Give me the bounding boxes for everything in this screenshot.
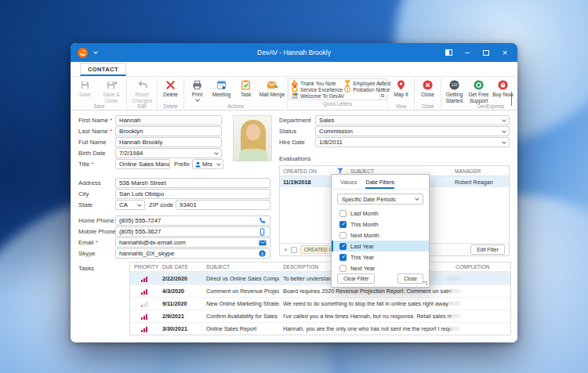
- birth-date-input[interactable]: 7/2/1984: [115, 148, 222, 158]
- task-row[interactable]: 3/30/2021 Online Sales Report Hannah, yo…: [130, 322, 510, 335]
- checkbox[interactable]: [339, 210, 347, 217]
- column-header-priority[interactable]: PRIORITY: [130, 264, 158, 270]
- close-contact-button[interactable]: Close: [416, 78, 440, 98]
- getting-started-button[interactable]: 123 Getting Started: [442, 78, 466, 103]
- checkbox[interactable]: [339, 232, 347, 239]
- tasks-section-label: Tasks: [78, 265, 94, 272]
- dropdown-chevron-icon[interactable]: [415, 196, 419, 201]
- status-field: Status Commission: [279, 126, 510, 136]
- gallery-dropdown-button[interactable]: [379, 92, 386, 100]
- hire-date-combo[interactable]: 1/8/2011: [315, 137, 510, 147]
- dropdown-chevron-icon[interactable]: [216, 161, 221, 166]
- field-label: Last Name *: [78, 128, 115, 135]
- about-button[interactable]: About: [515, 78, 517, 98]
- dropdown-chevron-icon[interactable]: [502, 118, 506, 122]
- quick-letter-welcome-to-devav[interactable]: Welcome To DevAV: [292, 92, 344, 99]
- title-input[interactable]: Online Sales Manager: [115, 159, 170, 169]
- quick-access-chevron-icon[interactable]: [93, 49, 98, 54]
- bar: [141, 330, 143, 332]
- maximize-button[interactable]: [477, 43, 495, 62]
- filter-enabled-checkbox[interactable]: [291, 247, 297, 253]
- map-it-button[interactable]: Map It: [389, 78, 413, 98]
- prefix-combo[interactable]: Mrs: [192, 159, 223, 169]
- skype-input[interactable]: hannahb_DX_skype S: [115, 248, 270, 259]
- save-button[interactable]: Save: [73, 78, 97, 98]
- bar: [146, 314, 147, 320]
- column-header-due-date[interactable]: DUE DATE: [158, 264, 202, 270]
- meeting-button[interactable]: Meeting: [209, 78, 234, 98]
- first-name-input[interactable]: Hannah: [115, 115, 222, 125]
- task-row[interactable]: 9/11/2020 New Online Marketing Strategy …: [130, 297, 510, 310]
- dropdown-chevron-icon[interactable]: [137, 202, 142, 207]
- column-header-completion[interactable]: COMPLETION: [452, 264, 510, 270]
- save-and-close-button[interactable]: Save & Close: [97, 78, 125, 103]
- ribbon-group-save: Save Save & Close Save: [72, 78, 127, 110]
- delete-button[interactable]: Delete: [158, 78, 183, 98]
- description-cell: We need to do something to stop the fall…: [279, 300, 452, 307]
- task-button[interactable]: Task: [234, 78, 258, 98]
- field-label: Hire Date: [279, 139, 315, 146]
- minimize-button[interactable]: –: [458, 43, 477, 62]
- print-dropdown-chevron-icon[interactable]: [195, 97, 200, 102]
- task-row[interactable]: 4/3/2020 Comment on Revenue Projections …: [130, 284, 510, 297]
- filter-option-next-month[interactable]: Next Month: [332, 230, 429, 241]
- mail-merge-button[interactable]: Mail Merge: [258, 78, 286, 98]
- zip-input[interactable]: 93401: [176, 200, 270, 210]
- filter-option-this-year[interactable]: This Year: [332, 252, 429, 263]
- dropdown-chevron-icon[interactable]: [214, 150, 219, 155]
- period-type-combo[interactable]: Specific Date Periods: [337, 194, 423, 205]
- full-name-input[interactable]: Hannah Brookly: [115, 137, 222, 147]
- edit-filter-button[interactable]: Edit Filter: [470, 244, 505, 255]
- dropdown-chevron-icon[interactable]: [502, 129, 506, 133]
- gallery-scroll-down-button[interactable]: [379, 86, 386, 93]
- state-combo[interactable]: CA: [115, 200, 145, 210]
- titlebar[interactable]: DevAV - Hannah Brookly – ×: [71, 43, 517, 62]
- gallery-scroll-up-button[interactable]: [379, 79, 386, 86]
- column-header-manager[interactable]: MANAGER: [452, 166, 509, 176]
- home-phone-input[interactable]: (805) 555-7247: [115, 215, 270, 226]
- print-button[interactable]: Print: [185, 78, 209, 101]
- close-popup-button[interactable]: Close: [397, 273, 423, 284]
- checkbox[interactable]: [339, 254, 347, 261]
- close-circle-icon: [422, 79, 434, 91]
- filter-funnel-icon[interactable]: [337, 168, 343, 174]
- department-combo[interactable]: Sales: [315, 115, 510, 125]
- map-pin-icon: [395, 79, 407, 91]
- tab-date-filters[interactable]: Date Filters: [365, 175, 394, 189]
- birth-date-field: Birth Date 7/2/1984: [78, 148, 222, 158]
- contact-photo[interactable]: [233, 115, 272, 161]
- home-phone-field: Home Phone (805) 555-7247: [78, 215, 270, 226]
- close-window-button[interactable]: ×: [495, 43, 514, 62]
- dropdown-chevron-icon[interactable]: [502, 139, 506, 144]
- checkbox[interactable]: [339, 243, 347, 250]
- ribbon-collapse-button[interactable]: [511, 92, 512, 106]
- tab-values[interactable]: Values: [340, 175, 357, 189]
- status-combo[interactable]: Commission: [315, 126, 510, 136]
- tab-contact[interactable]: CONTACT: [80, 63, 126, 76]
- remove-filter-icon[interactable]: ×: [284, 247, 288, 253]
- filter-option-last-year[interactable]: Last Year: [332, 241, 429, 252]
- column-header-subject[interactable]: SUBJECT: [202, 264, 279, 270]
- last-name-input[interactable]: Brooklyn: [115, 126, 222, 136]
- address-input[interactable]: 536 Marsh Street: [115, 178, 270, 188]
- city-input[interactable]: San Luis Obispo: [115, 189, 270, 199]
- filter-option-this-month[interactable]: This Month: [332, 219, 429, 230]
- mobile-phone-input[interactable]: (805) 555-3627: [115, 226, 270, 237]
- devexpress-logo-icon[interactable]: [77, 47, 89, 59]
- get-free-support-button[interactable]: Get Free Support: [466, 78, 491, 103]
- filter-option-last-month[interactable]: Last Month: [332, 208, 429, 219]
- quick-letters-gallery: Thank You Note Service Excellence Welcom…: [289, 78, 379, 100]
- task-row[interactable]: 2/9/2021 Confirm Availability for Sales …: [130, 310, 510, 322]
- email-input[interactable]: hannahb@dx-email.com: [115, 237, 270, 248]
- group-caption: Delete: [158, 103, 183, 110]
- quick-letter-service-excellence[interactable]: Service Excellence: [292, 86, 344, 92]
- subject-cell: New Online Marketing Strategy: [202, 300, 279, 307]
- quick-letter-thank-you-note[interactable]: Thank You Note: [292, 80, 344, 86]
- clear-filter-button[interactable]: Clear Filter: [337, 273, 375, 284]
- reset-changes-button[interactable]: Reset Changes: [128, 78, 156, 103]
- checkbox[interactable]: [339, 221, 347, 228]
- task-row[interactable]: 2/22/2020 Direct vs Online Sales Compari…: [130, 272, 510, 284]
- description-cell: I've called you a few times Hannah, but …: [279, 313, 452, 320]
- popup-resize-grip[interactable]: [423, 281, 427, 285]
- skin-selector-button[interactable]: [439, 43, 458, 62]
